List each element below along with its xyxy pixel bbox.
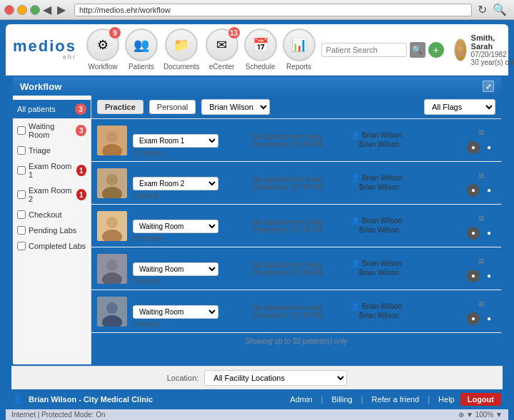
action-row: ● ● — [467, 227, 495, 240]
action-btn-1[interactable]: ● — [467, 184, 480, 197]
browser-close-btn[interactable] — [4, 5, 14, 15]
triage-checkbox[interactable] — [17, 146, 26, 155]
location-label: Location: — [167, 374, 199, 382]
patient-photo — [97, 168, 127, 198]
nav-reports[interactable]: 📊 Reports — [283, 29, 316, 71]
ecenter-badge: 13 — [228, 27, 240, 39]
sidebar-item-waiting-room[interactable]: Waiting Room 3 — [13, 118, 91, 143]
provider-icon: 👤 — [351, 260, 360, 267]
action-btn-2[interactable]: ● — [483, 227, 495, 240]
checked-in-time: Checked in: 07:36 PM — [253, 226, 346, 234]
row-actions: ≡ ● ● — [467, 255, 495, 282]
action-btn-2[interactable]: ● — [483, 312, 495, 325]
provider-row-1: 👤 Brian Wilson — [351, 217, 423, 225]
patient-room-select[interactable]: Waiting Room — [133, 262, 218, 276]
sidebar-item-completed-labs[interactable]: Completed Labs — [13, 238, 91, 254]
reports-label: Reports — [286, 63, 311, 71]
browser-back-icon[interactable]: ◀ — [43, 3, 51, 16]
nav-documents[interactable]: 📁 Documents — [163, 29, 200, 71]
content-area: Practice Personal Brian Wilson All Flags — [91, 96, 501, 364]
patient-name[interactable]: Wilson, Jenny R (02/08/1984) — [133, 209, 247, 217]
sidebar-item-pending-labs[interactable]: Pending Labs — [13, 222, 91, 238]
row-menu-icon[interactable]: ≡ — [478, 298, 484, 309]
footer-help-link[interactable]: Help — [438, 395, 455, 404]
patient-name[interactable]: Smith, Sarah (07/20/1982) — [133, 123, 247, 132]
no-appointment: No appointment today — [253, 175, 346, 183]
patient-photo — [97, 126, 127, 155]
tab-personal[interactable]: Personal — [149, 100, 196, 114]
patient-name[interactable]: Johnson, Lily (11/01/1950) — [133, 166, 247, 175]
action-btn-2[interactable]: ● — [483, 270, 495, 282]
completed-labs-checkbox[interactable] — [17, 242, 26, 250]
nav-workflow[interactable]: ⚙ 9 Workflow — [86, 29, 119, 71]
appointment-info: No appointment today Checked in: 07:39 P… — [253, 304, 346, 319]
provider-row-1: 👤 Brian Wilson — [351, 131, 423, 139]
documents-label: Documents — [163, 63, 200, 71]
patient-photo — [97, 254, 127, 284]
row-menu-icon[interactable]: ≡ — [478, 170, 484, 181]
sidebar-item-all-patients[interactable]: All patients 3 — [13, 100, 91, 118]
patient-room-select[interactable]: Waiting Room — [133, 305, 218, 319]
browser-forward-icon[interactable]: ▶ — [57, 3, 66, 16]
footer-admin-link[interactable]: Admin — [290, 395, 312, 404]
waiting-room-checkbox[interactable] — [17, 126, 26, 135]
browser-max-btn[interactable] — [30, 5, 40, 15]
row-menu-icon[interactable]: ≡ — [478, 255, 484, 267]
sidebar: All patients 3 Waiting Room 3 Triage Exa… — [13, 96, 91, 364]
refresh-icon[interactable]: ↻ — [478, 3, 487, 16]
workflow-body: All patients 3 Waiting Room 3 Triage Exa… — [13, 96, 501, 364]
action-btn-2[interactable]: ● — [483, 184, 495, 197]
patient-room-select[interactable]: Exam Room 1 — [133, 134, 218, 148]
tab-practice[interactable]: Practice — [97, 100, 143, 114]
action-btn-1[interactable]: ● — [467, 270, 480, 282]
action-btn-1[interactable]: ● — [467, 227, 480, 240]
patient-name[interactable]: Carri, Brian (02/21/1994) — [133, 252, 247, 260]
patient-search-input[interactable] — [321, 43, 407, 57]
row-menu-icon[interactable]: ≡ — [478, 212, 484, 224]
patient-room-select[interactable]: Exam Room 2 — [133, 177, 218, 190]
workflow-panel: Workflow ⤢ All patients 3 Waiting Room 3… — [11, 76, 503, 366]
no-appointment: No appointment today — [253, 304, 346, 312]
location-select[interactable]: All Facility Locations — [204, 370, 347, 386]
add-patient-button[interactable]: + — [428, 42, 444, 58]
action-btn-1[interactable]: ● — [467, 141, 480, 154]
exam-room-1-checkbox[interactable] — [17, 166, 26, 175]
exam-room-2-checkbox[interactable] — [17, 190, 26, 199]
patient-name[interactable]: Pierre , Jean (12/04/1977) — [133, 294, 247, 303]
checkout-checkbox[interactable] — [17, 210, 26, 219]
sidebar-item-exam-room-2[interactable]: Exam Room 2 1 — [13, 183, 91, 207]
sidebar-item-exam-room-1[interactable]: Exam Room 1 1 — [13, 158, 91, 183]
search-button[interactable]: 🔍 — [410, 42, 425, 58]
svg-point-15 — [106, 302, 118, 314]
flags-select[interactable]: All Flags — [424, 99, 495, 115]
url-bar[interactable]: http://medios.ehr/workflow — [74, 4, 472, 16]
nav-schedule[interactable]: 📅 Schedule — [244, 29, 277, 71]
completed-labs-label: Completed Labs — [29, 242, 86, 250]
all-patients-badge: 3 — [75, 103, 86, 115]
action-btn-2[interactable]: ● — [483, 141, 495, 154]
browser-min-btn[interactable] — [17, 5, 27, 15]
sidebar-item-triage[interactable]: Triage — [13, 143, 91, 158]
sidebar-item-checkout[interactable]: Checkout — [13, 207, 91, 222]
provider-select[interactable]: Brian Wilson — [201, 99, 270, 115]
search-icon[interactable]: 🔍 — [493, 3, 507, 16]
footer-refer-link[interactable]: Refer a friend — [372, 395, 420, 404]
nav-ecenter[interactable]: ✉ 13 eCenter — [206, 29, 238, 71]
app-logo: mediosehr — [13, 39, 76, 61]
action-btn-1[interactable]: ● — [467, 312, 480, 325]
footer-billing-link[interactable]: Billing — [331, 395, 352, 404]
status-right: ⊕ ▼ 100% ▼ — [458, 411, 503, 419]
workflow-maximize-btn[interactable]: ⤢ — [483, 81, 494, 92]
provider-row-2: ✏ Brian Wilson — [351, 312, 423, 319]
patient-room-select[interactable]: Waiting Room — [133, 220, 218, 233]
patient-list: Smith, Sarah (07/20/1982) Exam Room 1 12… — [91, 119, 501, 364]
logout-button[interactable]: Logout — [460, 393, 501, 406]
nav-patients[interactable]: 👥 Patients — [125, 29, 158, 71]
patient-photo — [97, 297, 127, 327]
pending-labs-checkbox[interactable] — [17, 226, 26, 235]
showing-note: Showing up to 50 patient(s) only — [91, 333, 501, 349]
workflow-title: Workflow — [20, 81, 61, 92]
footer-sep-2: | — [361, 395, 363, 404]
provider-row-1: 👤 Brian Wilson — [351, 174, 423, 182]
row-menu-icon[interactable]: ≡ — [478, 127, 484, 138]
